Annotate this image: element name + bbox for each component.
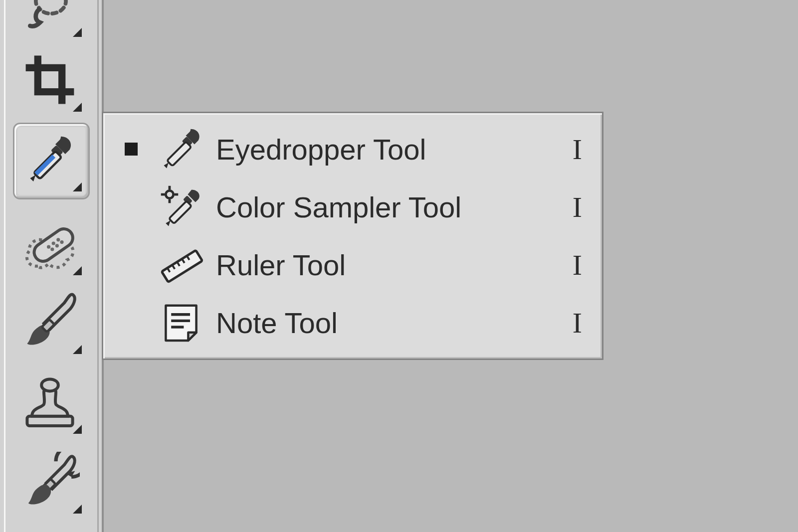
flyout-indicator-icon <box>73 103 82 112</box>
crop-tool-button[interactable] <box>15 45 85 115</box>
flyout-item-shortcut: I <box>552 133 582 166</box>
flyout-item-label: Color Sampler Tool <box>216 190 552 224</box>
history-brush-icon <box>20 452 80 512</box>
svg-point-9 <box>60 240 63 244</box>
eyedropper-icon <box>146 125 216 173</box>
svg-point-6 <box>56 238 60 241</box>
ruler-icon <box>146 241 216 289</box>
flyout-indicator-icon <box>73 345 82 354</box>
history-brush-tool-button[interactable] <box>15 447 85 517</box>
color-sampler-icon <box>146 183 216 231</box>
eyedropper-tool-button[interactable] <box>15 125 85 194</box>
flyout-item-label: Ruler Tool <box>216 248 552 282</box>
stamp-icon <box>20 372 80 432</box>
svg-rect-15 <box>167 142 192 166</box>
crop-icon <box>22 52 77 107</box>
flyout-item-shortcut: I <box>552 248 582 282</box>
bandage-icon <box>20 213 80 273</box>
flyout-item-color-sampler[interactable]: Color Sampler Tool I <box>103 178 602 236</box>
flyout-indicator-icon <box>73 505 82 514</box>
svg-point-8 <box>55 244 59 247</box>
svg-point-5 <box>52 241 55 245</box>
svg-point-4 <box>47 245 50 249</box>
flyout-indicator-icon <box>73 425 82 434</box>
svg-rect-22 <box>169 201 192 223</box>
tools-toolbar <box>0 0 104 532</box>
eyedropper-flyout-menu: Eyedropper Tool I Color Sampler Tool I <box>102 112 603 360</box>
flyout-item-note[interactable]: Note Tool I <box>103 294 602 352</box>
flyout-item-label: Eyedropper Tool <box>216 133 552 166</box>
selected-marker <box>116 143 146 156</box>
lasso-icon <box>22 0 77 32</box>
stamp-tool-button[interactable] <box>15 367 85 437</box>
lasso-tool-button[interactable] <box>15 0 85 40</box>
svg-rect-10 <box>42 319 54 332</box>
flyout-item-shortcut: I <box>552 190 582 224</box>
flyout-indicator-icon <box>73 182 82 191</box>
flyout-item-label: Note Tool <box>216 306 552 340</box>
eyedropper-icon <box>22 132 77 187</box>
flyout-item-eyedropper[interactable]: Eyedropper Tool I <box>103 120 602 178</box>
brush-tool-button[interactable] <box>15 287 85 357</box>
healing-brush-tool-button[interactable] <box>15 208 85 278</box>
flyout-indicator-icon <box>73 266 82 275</box>
note-icon <box>146 300 216 345</box>
flyout-indicator-icon <box>73 28 82 37</box>
svg-point-12 <box>41 379 58 391</box>
svg-point-16 <box>166 190 173 198</box>
brush-icon <box>20 292 80 352</box>
flyout-item-ruler[interactable]: Ruler Tool I <box>103 236 602 294</box>
svg-rect-23 <box>162 250 202 282</box>
flyout-item-shortcut: I <box>552 306 582 340</box>
svg-point-7 <box>50 247 54 251</box>
